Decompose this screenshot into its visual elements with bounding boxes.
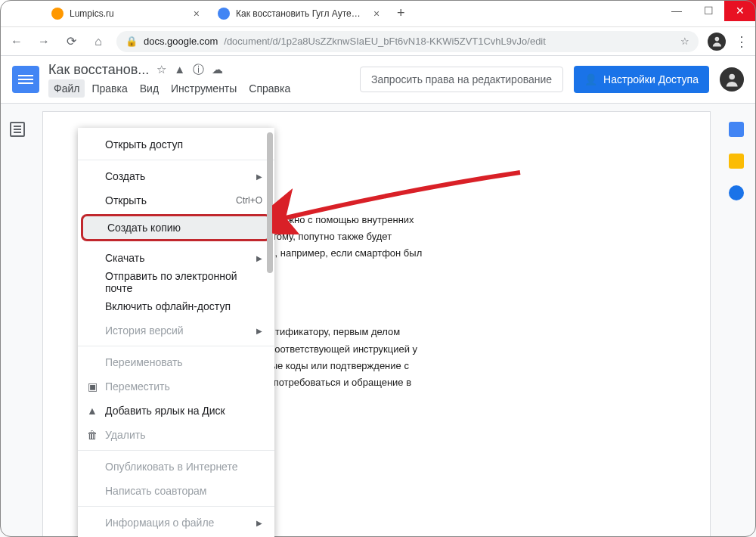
menu-item-make-copy[interactable]: Создать копию [81,214,271,241]
menu-item-email-collab[interactable]: Написать соавторам [78,479,274,503]
menu-item-history[interactable]: История версий ▶ [78,318,274,343]
menu-item-open[interactable]: Открыть Ctrl+O [78,188,274,213]
url-field[interactable]: 🔒 docs.google.com/document/d/1p2a8UsZZkn… [116,31,699,52]
menu-label: Удалить [105,429,145,441]
menu-label: Создать [105,170,145,182]
docs-logo-icon[interactable] [12,66,39,93]
menu-tools[interactable]: Инструменты [166,79,242,98]
profile-avatar[interactable] [708,33,726,51]
menu-label: Скачать [105,252,145,264]
menu-item-details[interactable]: Информация о файле ▶ [78,511,274,535]
calendar-addon-icon[interactable] [729,122,744,137]
menu-item-publish[interactable]: Опубликовать в Интернете [78,455,274,479]
menu-label: Опубликовать в Интернете [105,461,237,473]
menu-file[interactable]: Файл [48,79,85,98]
tab-title: Lumpics.ru [70,8,114,19]
window-close[interactable]: ✕ [724,0,756,21]
left-sidebar [0,104,35,137]
star-icon[interactable]: ☆ [156,63,166,77]
menu-edit[interactable]: Правка [86,79,132,98]
menu-item-add-drive[interactable]: ▲ Добавить ярлык на Диск [78,399,274,423]
url-host: docs.google.com [144,36,218,47]
request-edit-link[interactable]: Запросить права на редактирование [360,67,563,92]
menu-label: Переименовать [105,356,183,368]
scrollbar-thumb[interactable] [267,132,273,273]
favicon-icon [51,8,64,20]
menu-help[interactable]: Справка [243,79,296,98]
url-path: /document/d/1p2a8UsZZknwSIaEU_bFt6vN18-K… [224,36,546,47]
cloud-icon[interactable]: ☁ [212,63,223,77]
submenu-arrow-icon: ▶ [256,254,262,262]
menu-label: Открыть [105,194,147,206]
menu-item-new[interactable]: Создать ▶ [78,164,274,188]
menu-label: Добавить ярлык на Диск [105,405,225,417]
menu-item-offline[interactable]: Включить офлайн-доступ [78,294,274,318]
info-icon[interactable]: ⓘ [193,63,204,77]
move-icon[interactable]: ▲ [174,63,185,77]
tab-title: Как восстановить Гугл Аутентис [236,8,364,19]
share-button[interactable]: 👤 Настройки Доступа [574,66,709,93]
docs-menubar: Файл Правка Вид Инструменты Справка [48,79,351,98]
reload-icon[interactable]: ⟳ [62,34,80,48]
browser-menu-icon[interactable]: ⋮ [735,33,748,50]
menu-label: Открыть доступ [105,138,183,151]
menu-label: Отправить по электронной почте [105,270,262,294]
submenu-arrow-icon: ▶ [256,172,262,181]
tasks-addon-icon[interactable] [729,185,744,200]
menu-label: Информация о файле [105,517,214,529]
new-tab-button[interactable]: + [390,5,411,21]
window-minimize[interactable]: — [661,0,692,21]
menu-label: Написать соавторам [105,485,206,497]
menu-item-email[interactable]: Отправить по электронной почте [78,270,274,294]
submenu-arrow-icon: ▶ [256,327,262,335]
window-maximize[interactable]: ☐ [692,0,724,21]
menu-item-delete[interactable]: 🗑 Удалить [78,423,274,447]
favicon-icon [218,8,230,20]
svg-point-1 [729,74,734,79]
tab-close-icon[interactable]: × [191,8,203,20]
menu-item-download[interactable]: Скачать ▶ [78,246,274,270]
share-label: Настройки Доступа [603,73,699,85]
menu-label: Включить офлайн-доступ [105,300,231,312]
menu-scrollbar[interactable] [267,132,273,535]
home-icon[interactable]: ⌂ [89,35,107,48]
document-title[interactable]: Как восстанов... [48,62,149,78]
keep-addon-icon[interactable] [729,154,744,169]
address-bar: ← → ⟳ ⌂ 🔒 docs.google.com/document/d/1p2… [0,27,756,56]
forward-icon[interactable]: → [35,35,53,48]
menu-item-move[interactable]: ▣ Переместить [78,374,274,399]
browser-tab[interactable]: Lumpics.ru × [44,2,210,26]
tab-close-icon[interactable]: × [370,8,383,20]
drive-icon: ▲ [85,405,99,417]
folder-icon: ▣ [85,380,99,393]
menu-label: Создать копию [107,222,181,234]
trash-icon: 🗑 [85,429,99,441]
svg-point-0 [714,37,719,42]
person-icon: 👤 [584,73,597,85]
browser-tab[interactable]: Как восстановить Гугл Аутентис × [210,2,390,26]
menu-item-rename[interactable]: Переименовать [78,350,274,374]
menu-view[interactable]: Вид [135,79,164,98]
submenu-arrow-icon: ▶ [256,519,262,527]
back-icon[interactable]: ← [8,35,26,48]
file-dropdown-menu: Открыть доступ Создать ▶ Открыть Ctrl+O … [78,128,274,537]
outline-icon[interactable] [10,122,25,137]
account-avatar[interactable] [720,67,744,92]
right-sidebar [717,104,756,200]
menu-shortcut: Ctrl+O [236,195,262,206]
menu-label: История версий [105,324,184,337]
menu-label: Переместить [105,380,170,393]
lock-icon: 🔒 [125,36,138,47]
docs-header: Как восстанов... ☆ ▲ ⓘ ☁ Файл Правка Вид… [0,56,756,103]
browser-tabs: Lumpics.ru × Как восстановить Гугл Аутен… [0,0,756,27]
bookmark-star-icon[interactable]: ☆ [680,36,689,47]
menu-item-share[interactable]: Открыть доступ [78,132,274,157]
